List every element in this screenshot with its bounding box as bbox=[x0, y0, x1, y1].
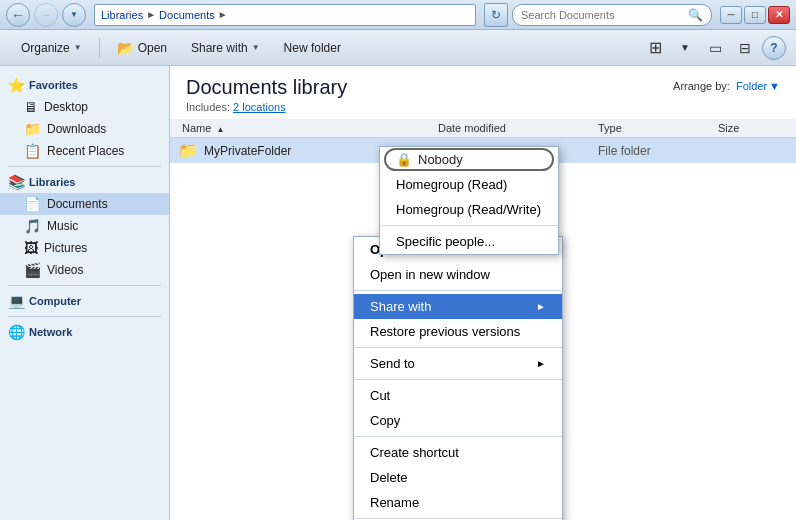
recent-places-label: Recent Places bbox=[47, 144, 124, 158]
favorites-icon: ⭐ bbox=[8, 77, 25, 93]
folder-icon: 📁 bbox=[178, 141, 198, 160]
homegroup-read-label: Homegroup (Read) bbox=[396, 177, 507, 192]
submenu-item-nobody[interactable]: 🔒 Nobody bbox=[380, 147, 558, 172]
sidebar-group-network-header[interactable]: 🌐 Network bbox=[0, 321, 169, 343]
arrange-dropdown[interactable]: Folder ▼ bbox=[736, 80, 780, 92]
ctx-copy[interactable]: Copy bbox=[354, 408, 562, 433]
col-size-header[interactable]: Size bbox=[718, 122, 788, 134]
music-icon: 🎵 bbox=[24, 218, 41, 234]
details-pane-button[interactable]: ⊟ bbox=[732, 35, 758, 61]
network-label: Network bbox=[29, 326, 72, 338]
back-button[interactable]: ← bbox=[6, 3, 30, 27]
close-button[interactable]: ✕ bbox=[768, 6, 790, 24]
sidebar-item-videos[interactable]: 🎬 Videos bbox=[0, 259, 169, 281]
submenu-item-homegroup-read[interactable]: Homegroup (Read) bbox=[380, 172, 558, 197]
col-date-header[interactable]: Date modified bbox=[438, 122, 598, 134]
new-folder-button[interactable]: New folder bbox=[273, 35, 352, 61]
submenu-sep-1 bbox=[380, 225, 558, 226]
ctx-sep-3 bbox=[354, 379, 562, 380]
ctx-delete[interactable]: Delete bbox=[354, 465, 562, 490]
sidebar-item-music[interactable]: 🎵 Music bbox=[0, 215, 169, 237]
organize-label: Organize bbox=[21, 41, 70, 55]
sidebar-group-libraries-header[interactable]: 📚 Libraries bbox=[0, 171, 169, 193]
sidebar-group-favorites-header[interactable]: ⭐ Favorites bbox=[0, 74, 169, 96]
ctx-cut[interactable]: Cut bbox=[354, 383, 562, 408]
library-subtitle: Includes: 2 locations bbox=[186, 101, 780, 113]
open-icon: 📂 bbox=[117, 40, 134, 56]
network-icon: 🌐 bbox=[8, 324, 25, 340]
open-label: Open bbox=[138, 41, 167, 55]
sidebar-divider-2 bbox=[8, 285, 161, 286]
sidebar: ⭐ Favorites 🖥 Desktop 📁 Downloads 📋 Rece… bbox=[0, 66, 170, 520]
pictures-icon: 🖼 bbox=[24, 240, 38, 256]
ctx-send-to[interactable]: Send to ► bbox=[354, 351, 562, 376]
videos-label: Videos bbox=[47, 263, 83, 277]
breadcrumb-bar[interactable]: Libraries ► Documents ► bbox=[94, 4, 476, 26]
content-area: Documents library Includes: 2 locations … bbox=[170, 66, 796, 520]
sidebar-item-pictures[interactable]: 🖼 Pictures bbox=[0, 237, 169, 259]
libraries-icon: 📚 bbox=[8, 174, 25, 190]
specific-people-label: Specific people... bbox=[396, 234, 495, 249]
share-submenu-arrow: ► bbox=[536, 301, 546, 312]
desktop-icon: 🖥 bbox=[24, 99, 38, 115]
view-dropdown-button[interactable]: ▼ bbox=[672, 35, 698, 61]
arrange-value: Folder bbox=[736, 80, 767, 92]
ctx-sep-5 bbox=[354, 518, 562, 519]
pictures-label: Pictures bbox=[44, 241, 87, 255]
ctx-sep-4 bbox=[354, 436, 562, 437]
title-bar: ← → ▼ Libraries ► Documents ► ↻ 🔍 ─ □ ✕ bbox=[0, 0, 796, 30]
search-box[interactable]: 🔍 bbox=[512, 4, 712, 26]
share-arrow: ▼ bbox=[252, 43, 260, 52]
minimize-button[interactable]: ─ bbox=[720, 6, 742, 24]
breadcrumb-documents[interactable]: Documents bbox=[159, 9, 215, 21]
forward-button[interactable]: → bbox=[34, 3, 58, 27]
col-name-header[interactable]: Name ▲ bbox=[178, 122, 438, 134]
open-button[interactable]: 📂 Open bbox=[106, 35, 178, 61]
favorites-label: Favorites bbox=[29, 79, 78, 91]
sidebar-item-recent-places[interactable]: 📋 Recent Places bbox=[0, 140, 169, 162]
submenu-item-specific-people[interactable]: Specific people... bbox=[380, 229, 558, 254]
sidebar-divider-3 bbox=[8, 316, 161, 317]
title-bar-controls: ─ □ ✕ bbox=[720, 6, 790, 24]
help-button[interactable]: ? bbox=[762, 36, 786, 60]
maximize-button[interactable]: □ bbox=[744, 6, 766, 24]
ctx-sep-2 bbox=[354, 347, 562, 348]
breadcrumb-sep2: ► bbox=[218, 9, 228, 20]
ctx-rename[interactable]: Rename bbox=[354, 490, 562, 515]
search-input[interactable] bbox=[521, 9, 684, 21]
sidebar-item-documents[interactable]: 📄 Documents bbox=[0, 193, 169, 215]
ctx-share-with[interactable]: Share with ► bbox=[354, 294, 562, 319]
locations-link[interactable]: 2 locations bbox=[233, 101, 286, 113]
context-menu: Open Open in new window Share with ► Res… bbox=[353, 236, 563, 520]
column-headers: Name ▲ Date modified Type Size bbox=[170, 119, 796, 138]
sidebar-item-downloads[interactable]: 📁 Downloads bbox=[0, 118, 169, 140]
computer-icon: 💻 bbox=[8, 293, 25, 309]
view-list-button[interactable]: ⊞ bbox=[642, 35, 668, 61]
sidebar-divider-1 bbox=[8, 166, 161, 167]
ctx-open-new-window[interactable]: Open in new window bbox=[354, 262, 562, 287]
refresh-button[interactable]: ↻ bbox=[484, 3, 508, 27]
organize-arrow: ▼ bbox=[74, 43, 82, 52]
sidebar-group-favorites: ⭐ Favorites 🖥 Desktop 📁 Downloads 📋 Rece… bbox=[0, 74, 169, 162]
share-with-button[interactable]: Share with ▼ bbox=[180, 35, 271, 61]
libraries-label: Libraries bbox=[29, 176, 75, 188]
organize-button[interactable]: Organize ▼ bbox=[10, 35, 93, 61]
col-type-header[interactable]: Type bbox=[598, 122, 718, 134]
submenu-item-homegroup-readwrite[interactable]: Homegroup (Read/Write) bbox=[380, 197, 558, 222]
ctx-create-shortcut[interactable]: Create shortcut bbox=[354, 440, 562, 465]
downloads-label: Downloads bbox=[47, 122, 106, 136]
videos-icon: 🎬 bbox=[24, 262, 41, 278]
homegroup-readwrite-label: Homegroup (Read/Write) bbox=[396, 202, 541, 217]
recent-button[interactable]: ▼ bbox=[62, 3, 86, 27]
arrange-label: Arrange by: bbox=[673, 80, 730, 92]
ctx-sep-1 bbox=[354, 290, 562, 291]
sidebar-group-network: 🌐 Network bbox=[0, 321, 169, 343]
desktop-label: Desktop bbox=[44, 100, 88, 114]
breadcrumb-libraries[interactable]: Libraries bbox=[101, 9, 143, 21]
sidebar-group-computer-header[interactable]: 💻 Computer bbox=[0, 290, 169, 312]
sidebar-group-libraries: 📚 Libraries 📄 Documents 🎵 Music 🖼 Pictur… bbox=[0, 171, 169, 281]
sidebar-item-desktop[interactable]: 🖥 Desktop bbox=[0, 96, 169, 118]
ctx-restore-versions[interactable]: Restore previous versions bbox=[354, 319, 562, 344]
preview-pane-button[interactable]: ▭ bbox=[702, 35, 728, 61]
sidebar-group-computer: 💻 Computer bbox=[0, 290, 169, 312]
